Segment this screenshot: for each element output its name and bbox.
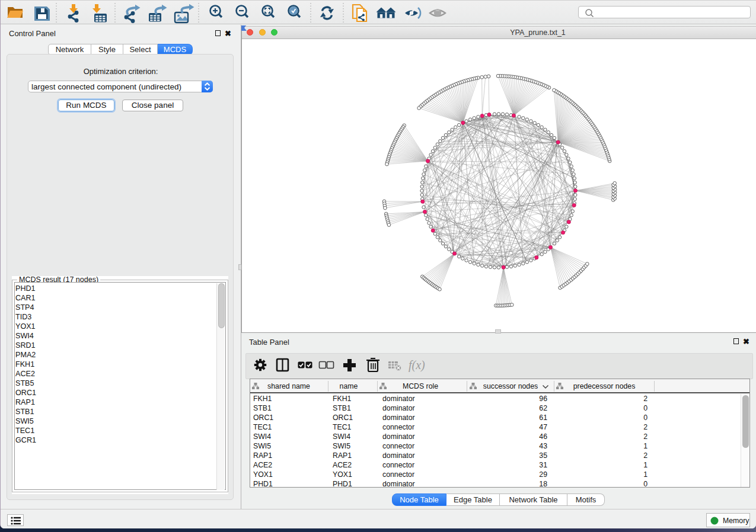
svg-text:name: name	[340, 382, 358, 390]
svg-text:predecessor nodes: predecessor nodes	[573, 382, 636, 390]
svg-text:successor nodes: successor nodes	[483, 382, 538, 390]
svg-text:MCDS role: MCDS role	[403, 382, 438, 390]
svg-text:shared name: shared name	[267, 382, 310, 390]
svg-text:f(x): f(x)	[409, 358, 425, 372]
